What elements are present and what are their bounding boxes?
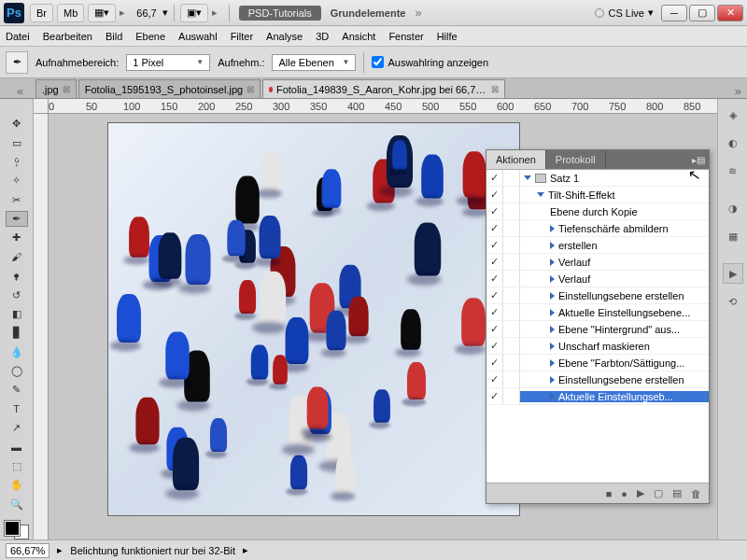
action-row[interactable]: ✓Einstellungsebene erstellen [486, 371, 709, 388]
stop-icon[interactable]: ■ [606, 488, 613, 499]
status-menu-icon[interactable]: ▸ [243, 544, 248, 556]
menu-3d[interactable]: 3D [316, 31, 329, 42]
workspace-more[interactable]: » [415, 6, 421, 20]
screenmode-button[interactable]: ▣▾ [180, 4, 208, 22]
menu-bearbeiten[interactable]: Bearbeiten [43, 31, 92, 42]
close-tab-icon[interactable]: ⊠ [247, 84, 254, 94]
action-row[interactable]: ✓Unscharf maskieren [486, 338, 709, 355]
zoom-field[interactable]: 66,67% [6, 543, 49, 558]
heal-tool[interactable]: ✚ [6, 230, 28, 245]
action-row[interactable]: ✓Ebene durch Kopie [486, 203, 709, 220]
menu-filter[interactable]: Filter [231, 31, 253, 42]
menu-datei[interactable]: Datei [6, 31, 30, 42]
tab-protokoll[interactable]: Protokoll [546, 150, 606, 169]
adjust-icon[interactable]: ◑ [723, 198, 743, 218]
action-enabled-checkbox[interactable]: ✓ [486, 170, 503, 186]
type-tool[interactable]: T [6, 401, 28, 417]
document-tab[interactable]: Fotolia_1595193_S_photoinsel.jpg⊠ [78, 79, 261, 98]
action-row[interactable]: ✓erstellen [486, 237, 709, 254]
eyedropper-tool[interactable]: ✒ [6, 211, 28, 227]
menu-analyse[interactable]: Analyse [266, 31, 303, 42]
workspace-active[interactable]: PSD-Tutorials [239, 6, 321, 21]
action-dialog-toggle[interactable] [503, 203, 520, 219]
zoom-tool[interactable]: 🔍 [6, 497, 28, 512]
action-dialog-toggle[interactable] [503, 237, 520, 253]
document-tab[interactable]: .jpg⊠ [35, 79, 77, 98]
action-dialog-toggle[interactable] [503, 187, 520, 203]
trash-icon[interactable]: 🗑 [691, 488, 701, 499]
action-row[interactable]: ✓Einstellungsebene erstellen [486, 287, 709, 304]
marquee-tool[interactable]: ▭ [6, 134, 28, 150]
wand-tool[interactable]: ✧ [6, 173, 28, 189]
action-dialog-toggle[interactable] [503, 220, 520, 236]
ruler-horizontal[interactable]: 0501001502002503003504004505005506006507… [49, 99, 717, 114]
action-row[interactable]: ✓Aktuelle Einstellungsebene... [486, 304, 709, 321]
styles-icon[interactable]: ▦ [723, 226, 743, 246]
eraser-tool[interactable]: ◧ [6, 306, 28, 322]
action-enabled-checkbox[interactable]: ✓ [486, 187, 503, 203]
actions-list[interactable]: ✓Satz 1✓Tilt-Shift-Effekt✓Ebene durch Ko… [486, 169, 709, 483]
menu-ebene[interactable]: Ebene [135, 31, 165, 42]
blur-tool[interactable]: 💧 [6, 344, 28, 360]
action-enabled-checkbox[interactable]: ✓ [486, 355, 503, 371]
sample-size-dropdown[interactable]: 1 Pixel▼ [126, 54, 210, 71]
action-row[interactable]: ✓Satz 1 [486, 170, 709, 187]
fg-color[interactable] [5, 521, 20, 536]
shape-tool[interactable]: ▬ [6, 439, 28, 455]
3d-tool[interactable]: ⬚ [6, 458, 28, 474]
action-enabled-checkbox[interactable]: ✓ [486, 321, 503, 337]
color-swatches[interactable] [5, 521, 29, 539]
document-canvas[interactable] [108, 123, 519, 515]
hand-tool[interactable]: ✋ [6, 477, 28, 493]
action-row[interactable]: ✓Ebene "Farbton/Sättigung... [486, 355, 709, 371]
action-dialog-toggle[interactable] [503, 287, 520, 303]
action-row[interactable]: ✓Aktuelle Einstellungseb... [486, 388, 709, 405]
tabs-scroll-right[interactable]: » [735, 84, 741, 98]
actions-play-icon[interactable]: ▶ [723, 263, 743, 284]
maximize-button[interactable]: ▢ [689, 5, 715, 21]
action-dialog-toggle[interactable] [503, 388, 520, 404]
action-enabled-checkbox[interactable]: ✓ [486, 388, 503, 404]
move-tool[interactable]: ✥ [6, 116, 28, 132]
action-dialog-toggle[interactable] [503, 304, 520, 320]
pen-tool[interactable]: ✎ [6, 382, 28, 398]
menu-bild[interactable]: Bild [106, 31, 122, 42]
close-tab-icon[interactable]: ⊠ [63, 84, 70, 94]
gradient-tool[interactable]: ▊ [6, 325, 28, 341]
record-icon[interactable]: ● [621, 488, 627, 499]
history-brush-tool[interactable]: ↺ [6, 287, 28, 302]
path-tool[interactable]: ↗ [6, 420, 28, 436]
arrange-docs-button[interactable]: ▦▾ [88, 4, 116, 22]
minimize-button[interactable]: ─ [661, 5, 687, 21]
workspace-other[interactable]: Grundelemente [331, 7, 406, 19]
action-enabled-checkbox[interactable]: ✓ [486, 271, 503, 287]
document-tab-active[interactable]: Fotolia_149839_S_Aaron_Kohr.jpg bei 66,7… [262, 79, 505, 98]
channels-icon[interactable]: ◐ [723, 133, 743, 153]
close-tab-icon[interactable]: ⊠ [491, 84, 499, 94]
action-dialog-toggle[interactable] [503, 170, 520, 186]
sampling-ring-checkbox[interactable]: Auswahlring anzeigen [372, 56, 488, 68]
new-set-icon[interactable]: ▢ [654, 487, 663, 499]
ruler-vertical[interactable] [34, 114, 49, 539]
history-icon[interactable]: ⟲ [723, 291, 743, 312]
menu-auswahl[interactable]: Auswahl [178, 31, 218, 42]
action-dialog-toggle[interactable] [503, 338, 520, 354]
lasso-tool[interactable]: ᠀ [6, 154, 28, 170]
action-enabled-checkbox[interactable]: ✓ [486, 304, 503, 320]
sample-layers-dropdown[interactable]: Alle Ebenen▼ [272, 54, 356, 71]
eyedropper-tool-icon[interactable]: ✒ [6, 51, 28, 74]
brush-tool[interactable]: 🖌 [6, 249, 28, 265]
action-row[interactable]: ✓Tilt-Shift-Effekt [486, 187, 709, 203]
action-dialog-toggle[interactable] [503, 371, 520, 387]
menu-fenster[interactable]: Fenster [388, 31, 423, 42]
action-enabled-checkbox[interactable]: ✓ [486, 371, 503, 387]
action-dialog-toggle[interactable] [503, 271, 520, 287]
cslive-button[interactable]: CS Live▾ [595, 7, 654, 19]
stamp-tool[interactable]: ⧭ [6, 268, 28, 284]
action-enabled-checkbox[interactable]: ✓ [486, 203, 503, 219]
play-icon[interactable]: ▶ [637, 487, 644, 499]
action-row[interactable]: ✓Verlauf [486, 254, 709, 271]
action-dialog-toggle[interactable] [503, 254, 520, 270]
minibridge-button[interactable]: Mb [57, 4, 84, 22]
new-action-icon[interactable]: ▤ [672, 487, 682, 499]
